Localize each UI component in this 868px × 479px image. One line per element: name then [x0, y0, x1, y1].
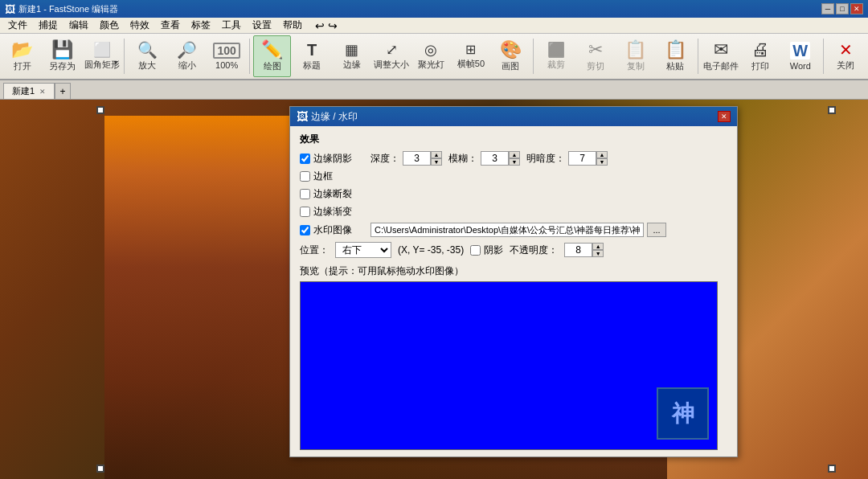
opacity-up-button[interactable]: ▲ — [592, 243, 604, 250]
crack-label[interactable]: 边缘断裂 — [300, 187, 364, 201]
separator-3 — [533, 39, 534, 74]
preview-area[interactable]: 神 — [300, 281, 718, 450]
browse-button[interactable]: ... — [647, 223, 666, 237]
darkness-down-button[interactable]: ▼ — [596, 158, 608, 166]
darkness-spinbox[interactable]: ▲ ▼ — [568, 151, 608, 166]
shadow-option-checkbox[interactable] — [470, 245, 481, 256]
blur-up-button[interactable]: ▲ — [509, 151, 520, 158]
menu-tools[interactable]: 工具 — [217, 17, 246, 34]
menu-edit[interactable]: 编辑 — [64, 17, 93, 34]
crop-button[interactable]: ⬛ 裁剪 — [537, 35, 575, 77]
handle-bottom-left[interactable] — [96, 465, 104, 473]
shadow-checkbox[interactable] — [300, 154, 310, 164]
position-select[interactable]: 右下 — [335, 242, 391, 258]
opacity-input[interactable] — [564, 243, 592, 257]
blur-down-button[interactable]: ▼ — [509, 158, 520, 166]
depth-group: 深度： ▲ ▼ — [371, 151, 442, 166]
depth-spinbox-buttons[interactable]: ▲ ▼ — [431, 151, 442, 166]
dropdown-arrow: ▼ — [113, 59, 119, 65]
border-checkbox[interactable] — [300, 171, 310, 182]
blur-spinbox[interactable]: ▲ ▼ — [481, 151, 520, 166]
close-tab-button[interactable]: ✕ 关闭 — [826, 35, 864, 77]
menu-capture[interactable]: 捕提 — [34, 17, 63, 34]
tab-close-button[interactable]: ✕ — [39, 88, 46, 96]
dialog-title-bar: 🖼 边缘 / 水印 ✕ — [290, 107, 737, 126]
handle-top-right[interactable] — [828, 106, 836, 114]
paste-button[interactable]: 📋 粘贴 — [657, 35, 694, 77]
darkness-label: 明暗度： — [526, 152, 565, 166]
zoom-100-button[interactable]: 100 100% — [207, 35, 245, 77]
menu-settings[interactable]: 设置 — [248, 17, 276, 34]
rounded-rect-button[interactable]: ⬜ 圆角矩形 ▼ — [83, 35, 121, 77]
tab-add-button[interactable]: + — [55, 83, 71, 99]
menu-tags[interactable]: 标签 — [186, 17, 215, 34]
crop-icon: ⬛ — [547, 43, 565, 57]
dialog-close-button[interactable]: ✕ — [718, 111, 731, 122]
menu-effects[interactable]: 特效 — [125, 17, 154, 34]
menu-view[interactable]: 查看 — [156, 17, 185, 34]
title-bar-left: 🖼 新建1 - FastStone 编辑器 — [5, 3, 118, 15]
handle-top-left[interactable] — [96, 106, 104, 114]
draw-button[interactable]: ✏️ 绘图 — [253, 35, 291, 77]
resize-icon: ⤢ — [386, 43, 398, 57]
watermark-checkbox[interactable] — [300, 225, 310, 235]
toolbar: 📂 打开 💾 另存为 ⬜ 圆角矩形 ▼ 🔍 放大 🔍 缩小 100 100% ✏… — [0, 34, 868, 80]
border-label[interactable]: 边框 — [300, 170, 364, 183]
darkness-up-button[interactable]: ▲ — [596, 151, 608, 158]
darkness-group: 明暗度： ▲ ▼ — [526, 151, 608, 166]
paste-icon: 📋 — [665, 41, 686, 59]
word-button[interactable]: W Word — [781, 35, 819, 77]
watermark-char: 神 — [672, 399, 694, 429]
shadow-label[interactable]: 边缘阴影 — [300, 152, 364, 166]
blur-input[interactable] — [481, 151, 509, 166]
undo-button[interactable]: ↩ — [315, 19, 325, 32]
cut-button[interactable]: ✂ 剪切 — [577, 35, 615, 77]
darkness-input[interactable] — [568, 151, 596, 166]
edge-button[interactable]: ▦ 边缘 — [333, 35, 371, 77]
email-button[interactable]: ✉ 电子邮件 — [702, 35, 739, 77]
gradient-checkbox[interactable] — [300, 207, 310, 217]
menu-file[interactable]: 文件 — [3, 17, 32, 34]
dialog-title-left: 🖼 边缘 / 水印 — [297, 110, 358, 124]
gradient-label[interactable]: 边缘渐变 — [300, 205, 364, 219]
print-button[interactable]: 🖨 打印 — [742, 35, 780, 77]
shadow-option-label[interactable]: 阴影 — [470, 244, 503, 257]
menu-color[interactable]: 颜色 — [95, 17, 124, 34]
watermark-effect-row: 水印图像 ... — [300, 223, 727, 237]
zoom-in-button[interactable]: 🔍 放大 — [128, 35, 166, 77]
maximize-button[interactable]: □ — [836, 3, 849, 14]
title-button[interactable]: T 标题 — [293, 35, 330, 77]
print-icon: 🖨 — [751, 41, 769, 59]
menu-help[interactable]: 帮助 — [278, 17, 307, 34]
depth-up-button[interactable]: ▲ — [431, 151, 442, 158]
frame50-button[interactable]: ⊞ 横帧50 — [452, 35, 489, 77]
darkness-spinbox-buttons[interactable]: ▲ ▼ — [596, 151, 608, 166]
main-area: 🖼 边缘 / 水印 ✕ 效果 边缘阴影 深度： ▲ — [0, 100, 868, 479]
copy-button[interactable]: 📋 复制 — [616, 35, 654, 77]
depth-spinbox[interactable]: ▲ ▼ — [403, 151, 442, 166]
watermark-label[interactable]: 水印图像 — [300, 223, 364, 237]
open-button[interactable]: 📂 打开 — [3, 35, 41, 77]
tab-new1[interactable]: 新建1 ✕ — [3, 83, 55, 99]
opacity-spinbox[interactable]: ▲ ▼ — [564, 243, 604, 257]
copy-icon: 📋 — [624, 41, 646, 59]
opacity-down-button[interactable]: ▼ — [592, 250, 604, 257]
minimize-button[interactable]: ─ — [821, 3, 834, 14]
resize-button[interactable]: ⤢ 调整大小 — [372, 35, 410, 77]
depth-down-button[interactable]: ▼ — [431, 158, 442, 166]
title-bar-controls[interactable]: ─ □ ✕ — [821, 3, 863, 14]
depth-input[interactable] — [403, 151, 431, 166]
crack-checkbox[interactable] — [300, 189, 310, 199]
save-as-button[interactable]: 💾 另存为 — [43, 35, 80, 77]
watermark-path-input[interactable] — [371, 223, 644, 237]
spotlight-button[interactable]: ◎ 聚光灯 — [412, 35, 450, 77]
opacity-spinbox-buttons[interactable]: ▲ ▼ — [592, 243, 604, 257]
blur-spinbox-buttons[interactable]: ▲ ▼ — [509, 151, 520, 166]
redo-button[interactable]: ↪ — [328, 19, 338, 32]
close-window-button[interactable]: ✕ — [850, 3, 863, 14]
paint-button[interactable]: 🎨 画图 — [492, 35, 530, 77]
handle-bottom-right[interactable] — [828, 465, 836, 473]
blur-group: 模糊： ▲ ▼ — [448, 151, 520, 166]
opacity-label: 不透明度： — [510, 244, 558, 257]
zoom-out-button[interactable]: 🔍 缩小 — [168, 35, 206, 77]
